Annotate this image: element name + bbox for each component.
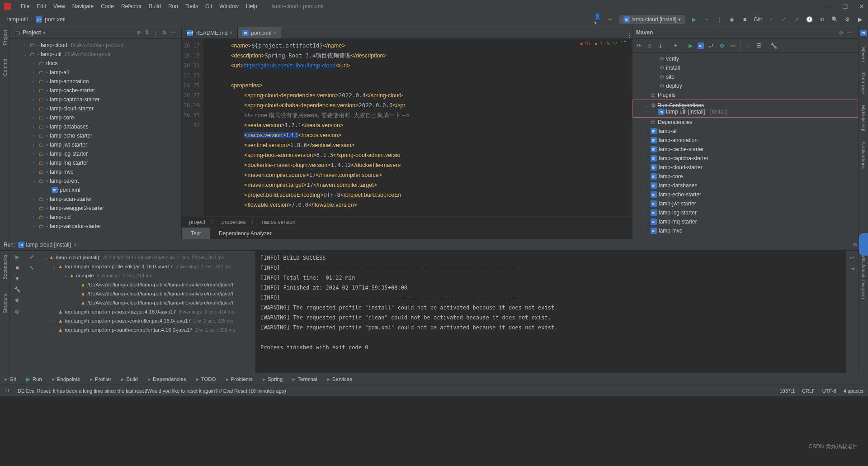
menu-help[interactable]: Help — [242, 2, 261, 10]
bottom-tab-todo[interactable]: ▸TODO — [196, 376, 216, 382]
git-history-icon[interactable]: 🕓 — [806, 16, 813, 23]
bottom-tab-terminal[interactable]: ▸Terminal — [292, 376, 317, 382]
maven-tree[interactable]: ⚙ verify⚙ install⚙ site⚙ deploy›🗀Plugins… — [632, 52, 858, 239]
maven-box-icon[interactable]: ▭ — [729, 42, 736, 49]
maven-module-lamp-all[interactable]: ›mlamp-all — [632, 127, 858, 136]
expand-all-icon[interactable]: ⇅ — [143, 29, 151, 36]
run-config-selector[interactable]: mlamp-cloud [install]▾ — [619, 15, 685, 24]
menu-build[interactable]: Build — [145, 2, 165, 10]
maven-generate-icon[interactable]: ⎌ — [646, 42, 653, 49]
maven-module-lamp-echo-starter[interactable]: ›mlamp-echo-starter — [632, 190, 858, 199]
menu-view[interactable]: View — [50, 2, 69, 10]
run-tree-item[interactable]: ⌄▲compile3 warnings1 sec, 214 ms — [39, 271, 255, 280]
maven-goal-icon[interactable]: m — [698, 43, 704, 49]
settings-icon[interactable]: ⚙ — [844, 16, 851, 23]
line-separator[interactable]: CRLF — [802, 388, 815, 394]
menu-tools[interactable]: Tools — [182, 2, 202, 10]
maximize-icon[interactable]: ☐ — [842, 3, 848, 10]
maven-module-lamp-annotation[interactable]: ›mlamp-annotation — [632, 136, 858, 145]
run-tree-item[interactable]: ⌄▲lamp-cloud [install]:At 2024/2/19 14:5… — [39, 253, 255, 262]
stop-icon[interactable]: ■ — [741, 16, 748, 23]
debug-icon[interactable]: ⌁ — [703, 16, 710, 23]
maven-module-lamp-cloud-starter[interactable]: ›mlamp-cloud-starter — [632, 163, 858, 172]
gear-icon[interactable]: ⚙ — [160, 29, 169, 36]
maven-lifecycle-deploy[interactable]: ⚙ deploy — [632, 81, 858, 90]
menu-edit[interactable]: Edit — [33, 2, 50, 10]
menu-git[interactable]: Git — [202, 2, 216, 10]
menu-file[interactable]: File — [17, 2, 33, 10]
run-tree[interactable]: ⌄▲lamp-cloud [install]:At 2024/2/19 14:5… — [39, 251, 256, 373]
bottom-tab-build[interactable]: ▸Build — [121, 376, 138, 382]
tree-item-lamp-uid[interactable]: ›🗀▪lamp-uid — [10, 213, 181, 222]
tree-item-lamp-core[interactable]: ›🗀▪lamp-core — [10, 113, 181, 122]
tree-item-lamp-parent[interactable]: ⌄🗀▪lamp-parent — [10, 176, 181, 185]
bottom-tab-endpoints[interactable]: ▸Endpoints — [52, 376, 80, 382]
run-tab-close-icon[interactable]: × — [74, 242, 77, 248]
editor-more-icon[interactable]: ⋮ — [627, 32, 632, 38]
tree-item-lamp-swagger2-starter[interactable]: ›🗀▪lamp-swagger2-starter — [10, 204, 181, 213]
maven-module-lamp-log-starter[interactable]: ›mlamp-log-starter — [632, 208, 858, 217]
git-commit-icon[interactable]: ✓ — [780, 16, 788, 23]
run-tree-item[interactable]: ›▲top.tangyh.lamp:lamp-base-biz:jar:4.16… — [39, 307, 255, 316]
maven-lifecycle-verify[interactable]: ⚙ verify — [632, 54, 858, 63]
bottom-tab-problems[interactable]: ▸Problems — [226, 376, 253, 382]
coverage-icon[interactable]: ◉ — [728, 16, 736, 23]
scroll-end-icon[interactable]: ⇥ — [850, 266, 854, 272]
editor-breadcrumb[interactable]: project〉 properties〉 nacos.version — [182, 216, 632, 227]
maven-skip-tests-icon[interactable]: ⊘ — [718, 42, 726, 49]
run-tab[interactable]: lamp-cloud [install] — [26, 242, 71, 248]
back-icon[interactable]: ↩ — [607, 16, 614, 23]
maven-lifecycle-site[interactable]: ⚙ site — [632, 72, 858, 81]
maven-module-lamp-core[interactable]: ›mlamp-core — [632, 172, 858, 181]
run-tree-item[interactable]: ›▲top.tangyh.lamp:lamp-base-controller:j… — [39, 316, 255, 325]
maven-settings-icon[interactable]: ⚙ — [837, 29, 845, 36]
maven-module-lamp-captcha-starter[interactable]: ›mlamp-captcha-starter — [632, 154, 858, 163]
git-update-icon[interactable]: ✓ — [768, 16, 775, 23]
rerun-icon[interactable]: ▶ — [15, 254, 19, 260]
run-tree-item[interactable]: ▲/D:/Awz/dd/lamp-cloud/lamp-public/lamp-… — [39, 289, 255, 298]
editor-tab-README.md[interactable]: mdREADME.md× — [182, 27, 237, 38]
maven-run-icon[interactable]: ▶ — [687, 42, 694, 49]
expand-icon[interactable]: ⤢ — [29, 254, 34, 260]
maven-hide-icon[interactable]: — — [845, 29, 854, 36]
maven-reload-icon[interactable]: ⟳ — [635, 42, 642, 49]
maven-collapse-icon[interactable]: ↕ — [744, 42, 751, 49]
maven-download-icon[interactable]: ⤓ — [657, 42, 664, 49]
caret-position[interactable]: 1037:1 — [779, 388, 795, 394]
git-rollback-icon[interactable]: ⟲ — [818, 16, 826, 23]
maven-wrench-icon[interactable]: 🔧 — [770, 42, 777, 49]
select-open-file-icon[interactable]: ⊕ — [135, 29, 143, 36]
breadcrumb-root[interactable]: lamp-util — [5, 16, 30, 23]
tree-item-pom.xml[interactable]: mpom.xml — [10, 185, 181, 195]
close-icon[interactable]: ✕ — [859, 3, 864, 10]
maven-show-options-icon[interactable]: ☰ — [755, 42, 762, 49]
stop-run-icon[interactable]: ■ — [15, 265, 19, 271]
breadcrumb-file[interactable]: pom.xml — [42, 16, 68, 23]
code-analysis-status[interactable]: ● 15 ▲ 1 ✎ 12 ˆ ˅ — [580, 41, 627, 47]
tree-item-lamp-jwt-starter[interactable]: ›🗀▪lamp-jwt-starter — [10, 140, 181, 149]
bottom-tab-dependencies[interactable]: ▸Dependencies — [148, 376, 186, 382]
tree-item-lamp-validator-starter[interactable]: ›🗀▪lamp-validator-starter — [10, 222, 181, 231]
collapse-icon[interactable]: ⤡ — [29, 265, 34, 271]
run-filter-icon[interactable]: ▼ — [14, 276, 20, 282]
tree-item-lamp-cloud-starter[interactable]: ›🗀▪lamp-cloud-starter — [10, 104, 181, 113]
maven-module-lamp-databases[interactable]: ›mlamp-databases — [632, 181, 858, 190]
maven-add-icon[interactable]: ＋ — [672, 42, 679, 49]
run-tree-item[interactable]: ›▲top.tangyh.lamp:lamp-oauth-controller:… — [39, 325, 255, 334]
menu-run[interactable]: Run — [165, 2, 182, 10]
tree-item-lamp-cache-starter[interactable]: ›🗀▪lamp-cache-starter — [10, 86, 181, 95]
minimize-icon[interactable]: — — [825, 3, 831, 10]
file-encoding[interactable]: UTF-8 — [822, 388, 836, 394]
tree-item-lamp-cloud[interactable]: ›🗀▪lamp-cloudD:\Awz\dd\lamp-cloud — [10, 41, 181, 50]
tree-item-lamp-databases[interactable]: ›🗀▪lamp-databases — [10, 122, 181, 131]
status-message[interactable]: IDE Eval Reset: It has been a long time … — [16, 388, 286, 394]
bottom-tab-profiler[interactable]: ▸Profiler — [90, 376, 111, 382]
more-icon[interactable]: ⋮ — [151, 29, 160, 36]
right-maven-icon[interactable]: m — [860, 30, 867, 36]
bottom-tab-spring[interactable]: ▸Spring — [263, 376, 283, 382]
tree-item-lamp-util[interactable]: ⌄🗀▪lamp-utilD:\Awz\dd\lamp-util — [10, 50, 181, 59]
left-tool-project[interactable]: Project — [2, 30, 8, 45]
code-editor[interactable]: <name>${project.artifactId}</name> <desc… — [203, 39, 632, 216]
tree-item-lamp-all[interactable]: ›🗀▪lamp-all — [10, 68, 181, 77]
tree-item-docs[interactable]: ›🗀docs — [10, 59, 181, 68]
